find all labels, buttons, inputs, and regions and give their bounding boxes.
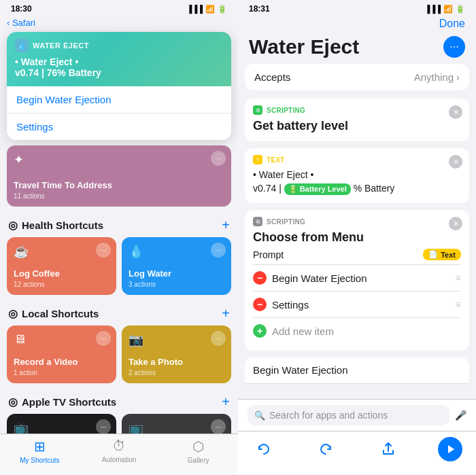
done-button[interactable]: Done xyxy=(439,18,465,30)
left-status-icons: ▐▐▐ 📶 🔋 xyxy=(187,5,227,14)
accepts-row[interactable]: Accepts Anything › xyxy=(245,64,469,90)
tab-gallery[interactable]: ⬡ Gallery xyxy=(158,438,238,464)
photo-subtitle: 2 actions xyxy=(129,369,224,376)
scripting-dot-icon-1: ⚙ xyxy=(256,107,260,113)
record-title: Record a Video xyxy=(14,357,109,368)
play-button[interactable] xyxy=(438,437,462,461)
battery-icon-small: 🔋 xyxy=(288,184,298,194)
appletv-label: Apple TV Shortcuts xyxy=(22,396,116,408)
battery-level-pill: 🔋 Battery Level xyxy=(284,183,351,195)
log-coffee-card[interactable]: ··· ☕ Log Coffee 12 actions xyxy=(7,237,116,295)
redo-button[interactable] xyxy=(313,437,338,461)
local-add-btn[interactable]: + xyxy=(222,306,230,321)
safari-label: Safari xyxy=(12,18,35,28)
settings-drag-handle[interactable]: ≡ xyxy=(456,299,461,310)
right-time: 18:31 xyxy=(249,4,270,14)
record-more[interactable]: ··· xyxy=(96,331,111,346)
photo-icon: 📷 xyxy=(129,332,224,347)
appletv-more-2[interactable]: ··· xyxy=(211,419,226,434)
travel-card[interactable]: ··· ✦ Travel Time To Address 11 actions xyxy=(7,145,231,207)
appletv-add-btn[interactable]: + xyxy=(222,394,230,410)
accepts-chevron: › xyxy=(456,71,460,83)
text-version: v0.74 | xyxy=(253,183,282,194)
add-new-label: Add new item xyxy=(272,326,334,337)
accepts-value: Anything xyxy=(414,71,454,83)
we-menu-settings[interactable]: Settings xyxy=(7,113,231,140)
we-header: 💧 WATER EJECT • Water Eject •v0.74 | 76%… xyxy=(7,32,231,86)
we-ellipsis-btn[interactable]: ··· xyxy=(443,36,465,58)
health-label: Health Shortcuts xyxy=(22,219,103,231)
travel-more-btn[interactable]: ··· xyxy=(211,151,226,166)
appletv-section-header: ◎ Apple TV Shortcuts + xyxy=(7,389,231,414)
begin-drag-handle[interactable]: ≡ xyxy=(456,272,461,283)
menu-settings-left: − Settings xyxy=(253,298,309,311)
record-icon: 🖥 xyxy=(14,332,109,347)
menu-settings-row: − Settings ≡ xyxy=(253,292,461,318)
right-battery-icon: 🔋 xyxy=(456,5,465,14)
choose-menu-title: Choose from Menu xyxy=(253,230,461,245)
mic-icon[interactable]: 🎤 xyxy=(455,410,466,421)
automation-label: Automation xyxy=(102,456,137,463)
back-safari[interactable]: ‹ Safari xyxy=(0,16,238,32)
appletv-more-1[interactable]: ··· xyxy=(96,419,111,434)
right-status-icons: ▐▐▐ 📶 🔋 xyxy=(425,5,465,14)
battery-icon: 🔋 xyxy=(218,5,227,14)
we-menu-begin[interactable]: Begin Water Ejection xyxy=(7,86,231,113)
share-button[interactable] xyxy=(376,437,401,461)
health-add-btn[interactable]: + xyxy=(222,217,230,233)
begin-remove-btn[interactable]: − xyxy=(253,271,267,285)
we-menu-settings-label: Settings xyxy=(16,121,53,133)
local-label: Local Shortcuts xyxy=(22,308,99,319)
log-water-card[interactable]: ··· 💧 Log Water 3 actions xyxy=(122,237,231,295)
log-water-more[interactable]: ··· xyxy=(211,243,226,258)
right-wifi-icon: 📶 xyxy=(443,5,453,14)
we-ellipsis-icon: ··· xyxy=(449,41,458,53)
settings-option-label: Settings xyxy=(272,299,309,311)
text-close[interactable]: ✕ xyxy=(449,155,462,169)
gallery-icon: ⬡ xyxy=(192,438,204,455)
text-prefix: • Water Eject • xyxy=(253,169,313,180)
record-video-card[interactable]: ··· 🖥 Record a Video 1 action xyxy=(7,326,116,383)
my-shortcuts-icon: ⊞ xyxy=(34,438,46,455)
log-coffee-more[interactable]: ··· xyxy=(96,243,111,258)
menu-begin-row: − Begin Water Ejection ≡ xyxy=(253,265,461,292)
accepts-value-group: Anything › xyxy=(414,71,460,83)
we-menu-begin-label: Begin Water Ejection xyxy=(16,94,112,105)
back-icon: ‹ xyxy=(7,18,12,28)
local-cards-grid: ··· 🖥 Record a Video 1 action ··· 📷 Take… xyxy=(7,326,231,383)
text-dot-icon: T xyxy=(256,157,260,163)
undo-button[interactable] xyxy=(252,437,276,461)
travel-title: Travel Time To Address xyxy=(14,180,224,191)
appletv-icon: ◎ xyxy=(8,395,18,408)
scripting-badge-2: SCRIPTING xyxy=(267,218,305,226)
gallery-label: Gallery xyxy=(188,457,209,464)
right-top-bar: Done xyxy=(238,16,476,35)
right-panel: 18:31 ▐▐▐ 📶 🔋 Done Water Eject ··· Accep… xyxy=(238,0,476,475)
tab-automation[interactable]: ⏱ Automation xyxy=(80,438,159,464)
search-bar: 🔍 Search for apps and actions 🎤 xyxy=(238,399,476,431)
appletv-card-2[interactable]: ··· 📺 xyxy=(122,414,231,434)
scripting-dot-icon-2: ⚙ xyxy=(256,219,260,225)
my-shortcuts-label: My Shortcuts xyxy=(20,457,59,464)
take-photo-card[interactable]: ··· 📷 Take a Photo 2 actions xyxy=(122,326,231,383)
text-card-header: T TEXT xyxy=(253,155,461,164)
choose-menu-close[interactable]: ✕ xyxy=(449,217,462,230)
add-new-btn[interactable]: + xyxy=(253,324,267,338)
health-cards-grid: ··· ☕ Log Coffee 12 actions ··· 💧 Log Wa… xyxy=(7,237,231,295)
health-section-header: ◎ Health Shortcuts + xyxy=(7,212,231,237)
search-inner[interactable]: 🔍 Search for apps and actions xyxy=(248,405,449,425)
prompt-text-badge[interactable]: 📄 Text xyxy=(423,249,461,260)
right-signal-icon: ▐▐▐ xyxy=(425,5,441,13)
settings-remove-btn[interactable]: − xyxy=(253,298,267,311)
get-battery-close[interactable]: ✕ xyxy=(449,105,462,119)
add-new-row[interactable]: + Add new item xyxy=(253,318,461,344)
we-header-top: 💧 WATER EJECT xyxy=(15,39,223,52)
text-badge-icon: 📄 xyxy=(428,250,438,259)
appletv-card-1[interactable]: ··· 📺 xyxy=(7,414,116,434)
get-battery-title: Get battery level xyxy=(253,119,461,133)
water-eject-popup: 💧 WATER EJECT • Water Eject •v0.74 | 76%… xyxy=(7,32,231,140)
tab-my-shortcuts[interactable]: ⊞ My Shortcuts xyxy=(0,438,80,464)
log-coffee-subtitle: 12 actions xyxy=(14,281,109,288)
photo-more[interactable]: ··· xyxy=(211,331,226,346)
appletv-label-group: ◎ Apple TV Shortcuts xyxy=(8,395,116,408)
